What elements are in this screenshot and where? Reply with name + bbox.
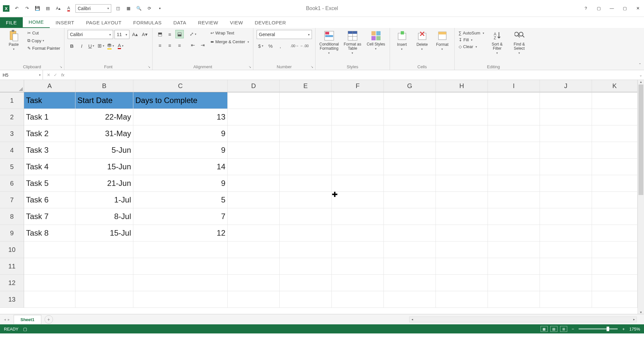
cell-I8[interactable] <box>488 208 540 225</box>
cell-E11[interactable] <box>280 258 332 275</box>
cell-B1[interactable]: Start Date <box>75 92 133 109</box>
cell-D5[interactable] <box>228 159 280 175</box>
align-top-icon[interactable]: ⬒ <box>156 30 164 38</box>
cell-A5[interactable]: Task 4 <box>24 159 75 175</box>
print-preview-icon[interactable]: ▤ <box>44 5 51 12</box>
cell-F5[interactable] <box>332 159 384 175</box>
row-header-2[interactable]: 2 <box>0 109 24 125</box>
cell-K8[interactable] <box>592 208 637 225</box>
horizontal-scrollbar[interactable]: ◂ ▸ <box>409 317 637 322</box>
align-middle-icon[interactable]: ≡ <box>166 30 174 38</box>
cell-H11[interactable] <box>436 258 488 275</box>
cell-G1[interactable] <box>384 92 436 109</box>
decrease-decimal-icon[interactable]: ←.00 <box>300 42 309 50</box>
cell-E4[interactable] <box>280 142 332 159</box>
cell-G8[interactable] <box>384 208 436 225</box>
column-header-G[interactable]: G <box>384 80 436 92</box>
percent-format-icon[interactable]: % <box>266 42 275 50</box>
cell-D12[interactable] <box>228 275 280 291</box>
cell-J6[interactable] <box>540 175 592 192</box>
cell-C7[interactable]: 5 <box>133 192 228 208</box>
cell-B7[interactable]: 1-Jul <box>75 192 133 208</box>
cell-C13[interactable] <box>133 291 228 308</box>
cell-G2[interactable] <box>384 109 436 125</box>
cell-J11[interactable] <box>540 258 592 275</box>
cell-G3[interactable] <box>384 125 436 142</box>
align-center-icon[interactable]: ≡ <box>166 41 174 49</box>
cell-D6[interactable] <box>228 175 280 192</box>
increase-decimal-icon[interactable]: .00→ <box>290 42 299 50</box>
cell-C4[interactable]: 9 <box>133 142 228 159</box>
cell-C2[interactable]: 13 <box>133 109 228 125</box>
column-header-I[interactable]: I <box>488 80 540 92</box>
cell-A2[interactable]: Task 1 <box>24 109 75 125</box>
qat-customize-icon[interactable]: ▾ <box>156 5 163 12</box>
cell-G5[interactable] <box>384 159 436 175</box>
cell-D4[interactable] <box>228 142 280 159</box>
cell-A4[interactable]: Task 3 <box>24 142 75 159</box>
column-header-B[interactable]: B <box>75 80 133 92</box>
row-header-12[interactable]: 12 <box>0 275 24 291</box>
underline-button[interactable]: U <box>87 42 96 50</box>
enter-formula-icon[interactable]: ✓ <box>54 72 57 77</box>
cell-B5[interactable]: 15-Jun <box>75 159 133 175</box>
cell-B4[interactable]: 5-Jun <box>75 142 133 159</box>
cell-E12[interactable] <box>280 275 332 291</box>
align-left-icon[interactable]: ≡ <box>156 41 164 49</box>
row-header-3[interactable]: 3 <box>0 125 24 142</box>
name-box[interactable]: H5 ▾ <box>0 70 43 80</box>
copy-button[interactable]: ⧉Copy▾ <box>27 37 61 44</box>
cells-area[interactable]: TaskStart DateDays to CompleteTask 122-M… <box>24 92 637 308</box>
decrease-font-icon[interactable]: A▾ <box>141 30 149 39</box>
qat-font-combo[interactable]: Calibri ▾ <box>75 4 111 13</box>
column-header-J[interactable]: J <box>540 80 592 92</box>
cell-D10[interactable] <box>228 241 280 258</box>
cell-C3[interactable]: 9 <box>133 125 228 142</box>
cell-H12[interactable] <box>436 275 488 291</box>
cell-H10[interactable] <box>436 241 488 258</box>
cell-E2[interactable] <box>280 109 332 125</box>
row-header-6[interactable]: 6 <box>0 175 24 192</box>
cell-J4[interactable] <box>540 142 592 159</box>
font-dialog-launcher[interactable]: ↘ <box>148 65 150 69</box>
expand-formula-bar-icon[interactable]: ⌄ <box>637 73 644 77</box>
cell-D7[interactable] <box>228 192 280 208</box>
row-header-7[interactable]: 7 <box>0 192 24 208</box>
cell-J10[interactable] <box>540 241 592 258</box>
page-layout-view-icon[interactable]: ▤ <box>550 326 557 332</box>
cell-J2[interactable] <box>540 109 592 125</box>
cell-I6[interactable] <box>488 175 540 192</box>
cell-J3[interactable] <box>540 125 592 142</box>
clipboard-dialog-launcher[interactable]: ↘ <box>60 65 62 69</box>
tab-data[interactable]: DATA <box>168 17 192 28</box>
cell-E7[interactable] <box>280 192 332 208</box>
cell-K10[interactable] <box>592 241 637 258</box>
cell-B11[interactable] <box>75 258 133 275</box>
cell-K1[interactable] <box>592 92 637 109</box>
tab-view[interactable]: VIEW <box>224 17 249 28</box>
sheet-nav-prev-icon[interactable]: ◂ <box>4 317 6 322</box>
cell-F13[interactable] <box>332 291 384 308</box>
cell-B10[interactable] <box>75 241 133 258</box>
vertical-scrollbar[interactable]: ▴ ▾ <box>637 80 644 314</box>
zoom-slider[interactable] <box>579 328 618 330</box>
cell-G11[interactable] <box>384 258 436 275</box>
qat-icon-3[interactable]: 🔍 <box>135 5 142 12</box>
tab-page-layout[interactable]: PAGE LAYOUT <box>80 17 127 28</box>
fx-icon[interactable]: fx <box>61 72 67 77</box>
cell-H6[interactable] <box>436 175 488 192</box>
cell-I7[interactable] <box>488 192 540 208</box>
cell-C10[interactable] <box>133 241 228 258</box>
cell-F8[interactable] <box>332 208 384 225</box>
cell-F3[interactable] <box>332 125 384 142</box>
format-cells-button[interactable]: Format▾ <box>434 30 451 51</box>
cell-I11[interactable] <box>488 258 540 275</box>
accounting-format-icon[interactable]: $ <box>257 42 265 50</box>
cell-A8[interactable]: Task 7 <box>24 208 75 225</box>
tab-formulas[interactable]: FORMULAS <box>127 17 168 28</box>
cell-F1[interactable] <box>332 92 384 109</box>
cell-H3[interactable] <box>436 125 488 142</box>
cell-I5[interactable] <box>488 159 540 175</box>
cell-F9[interactable] <box>332 225 384 241</box>
cell-H1[interactable] <box>436 92 488 109</box>
